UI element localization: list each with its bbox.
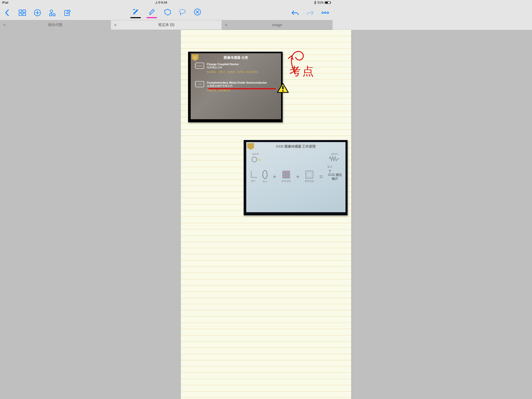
svg-point-9 <box>134 9 135 10</box>
ccd-label: CCD 感光镜片 <box>328 173 332 181</box>
bluetooth-icon <box>314 1 316 4</box>
plus-icon: + <box>273 174 276 180</box>
slide2-top-right: 电信号 <box>331 152 332 156</box>
back-button[interactable] <box>3 8 12 17</box>
svg-point-10 <box>179 9 185 14</box>
shapes-button[interactable] <box>48 8 57 17</box>
add-button[interactable] <box>33 8 42 17</box>
axis-icon <box>250 171 257 178</box>
slide1-item1-feature: 集成度高、功耗小、速度快、成本低，响应速度快 <box>191 69 281 74</box>
status-bar: iPad 上午9:44 51% <box>0 0 332 5</box>
close-icon[interactable]: ✕ <box>114 23 117 28</box>
light-circle-icon <box>251 157 257 162</box>
redo-button[interactable] <box>305 8 315 17</box>
slide2-title: CCD 图像传感器 工作原理 <box>246 142 332 149</box>
canvas-area[interactable]: 考点 L2 图像传感器 分类 CMOS Charge Coupled Devic… <box>0 30 332 249</box>
plus-icon: + <box>296 174 300 180</box>
svg-point-13 <box>324 12 326 14</box>
pen-color-swatch[interactable] <box>130 17 141 18</box>
color-filter-icon <box>282 171 290 178</box>
slide2-top-left: 光信号 <box>252 152 259 156</box>
tab-bar: ✕ 线性代数 ✕ 笔记本 (5) ✕ Image <box>0 20 332 30</box>
svg-point-14 <box>327 12 329 14</box>
svg-rect-0 <box>19 10 22 12</box>
tab-image[interactable]: ✕ Image <box>222 20 332 30</box>
svg-point-5 <box>50 10 53 12</box>
svg-rect-2 <box>19 13 22 16</box>
pen-tool[interactable] <box>131 7 140 17</box>
clock: 上午9:44 <box>8 1 314 5</box>
battery-icon <box>325 1 330 4</box>
embedded-photo-2[interactable]: CCD 图像传感器 工作原理 光信号 ≋ 电信号 输出 输入 <box>244 140 332 215</box>
lens-label: 镜片 <box>263 180 267 183</box>
svg-point-16 <box>282 90 283 91</box>
slide1-title: 图像传感器 分类 <box>191 53 281 60</box>
compose-button[interactable] <box>63 8 72 17</box>
input-label: 输入 <box>251 179 256 183</box>
slide-badge <box>247 143 254 150</box>
notebook-page[interactable]: 考点 L2 图像传感器 分类 CMOS Charge Coupled Devic… <box>181 30 332 249</box>
slide1-item2-en: Complementary Metal-Oxide Semiconductor <box>207 81 267 84</box>
signal-wave-icon <box>329 156 332 161</box>
handwritten-note: 考点 <box>289 64 315 79</box>
circuit-icon <box>305 171 313 178</box>
circuit-label: 感应电路 <box>305 179 314 183</box>
clear-tool[interactable] <box>193 7 202 17</box>
chip-icon: CMOS <box>195 63 204 69</box>
embedded-photo-1[interactable]: L2 图像传感器 分类 CMOS Charge Coupled Device 电… <box>188 52 283 122</box>
slide2: CCD 图像传感器 工作原理 光信号 ≋ 电信号 输出 输入 <box>246 142 332 212</box>
more-button[interactable] <box>321 8 330 17</box>
lasso-tool[interactable] <box>178 7 187 17</box>
tab-label: 笔记本 (5) <box>111 23 222 27</box>
svg-rect-15 <box>282 86 284 89</box>
app-toolbar <box>0 5 332 20</box>
svg-point-12 <box>322 12 323 14</box>
svg-rect-6 <box>50 14 52 16</box>
svg-rect-1 <box>23 10 26 12</box>
slide1-item1-cn: 电荷耦合元件 <box>207 66 239 69</box>
highlighter-tool[interactable] <box>147 7 156 17</box>
grid-button[interactable] <box>18 8 27 17</box>
highlighter-color-swatch[interactable] <box>147 17 157 18</box>
slide1: L2 图像传感器 分类 CMOS Charge Coupled Device 电… <box>191 53 281 119</box>
svg-rect-3 <box>23 13 26 16</box>
device-label: iPad <box>2 1 8 4</box>
slide1-item2-cn: 金属氧化物半导体元件 <box>207 84 267 88</box>
equals-icon: = <box>320 174 323 180</box>
battery-percent: 51% <box>317 1 324 4</box>
filter-label: 彩色滤镜 <box>282 179 291 183</box>
tab-notebook-5[interactable]: ✕ 笔记本 (5) <box>111 20 222 30</box>
tab-label: Image <box>222 23 332 27</box>
eraser-tool[interactable] <box>163 7 172 17</box>
warning-triangle-icon <box>277 83 289 93</box>
close-icon[interactable]: ✕ <box>3 23 6 28</box>
svg-rect-7 <box>53 14 55 16</box>
slide1-item1-en: Charge Coupled Device <box>207 63 239 66</box>
close-icon[interactable]: ✕ <box>224 23 228 28</box>
chip-icon: CCD <box>195 81 204 87</box>
undo-button[interactable] <box>290 8 300 17</box>
tab-label: 线性代数 <box>0 23 111 27</box>
tab-linear-algebra[interactable]: ✕ 线性代数 <box>0 20 111 30</box>
light-rays-icon: ≋ <box>257 157 262 162</box>
lens-icon <box>262 170 268 179</box>
red-underline-annotation <box>208 88 276 89</box>
